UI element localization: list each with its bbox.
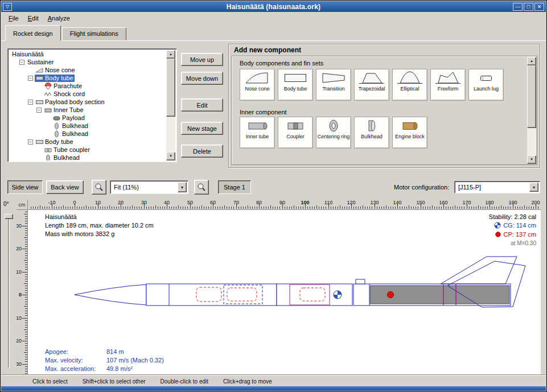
component-button-trapezoidal[interactable]: Trapezoidal (354, 69, 389, 101)
ruler-tick (25, 292, 27, 293)
menu-edit[interactable]: Edit (23, 13, 43, 23)
move-up-button[interactable]: Move up (181, 53, 223, 66)
component-button-label: Transition (322, 86, 344, 92)
delete-button[interactable]: Delete (181, 145, 223, 158)
tree-item-label-wrap[interactable]: Parachute (43, 82, 83, 90)
nose-cone-shape[interactable] (75, 284, 146, 305)
panel-scrollbar[interactable]: ▲ ▼ (527, 57, 536, 164)
tree-item-bulkhead[interactable]: Bulkhead (9, 154, 166, 160)
tree-item-sustainer[interactable]: −Sustainer (9, 58, 166, 66)
ruler-tick (268, 207, 269, 209)
ruler-tick (38, 207, 38, 209)
scroll-down-icon[interactable]: ▼ (166, 152, 175, 160)
tree-item-inner-tube[interactable]: −Inner Tube (9, 106, 166, 114)
component-button-elliptical[interactable]: Elliptical (392, 69, 427, 101)
tree-item-label-wrap[interactable]: Body tube (35, 75, 75, 82)
tree-item-label-wrap[interactable]: Bulkhead (52, 130, 89, 138)
ruler-tick (25, 297, 27, 298)
new-stage-button[interactable]: New stage (181, 122, 223, 135)
body-tube-shape[interactable] (146, 284, 277, 306)
component-button-launch-lug[interactable]: Launch lug (468, 69, 504, 101)
tree-item-label-wrap[interactable]: Haisunäätä (11, 51, 45, 57)
ci-coupler-icon (283, 118, 308, 133)
system-menu-icon[interactable]: ▽ (3, 3, 12, 11)
tree-expander-icon[interactable]: − (36, 108, 42, 113)
chevron-down-icon[interactable]: ▼ (178, 182, 187, 192)
tree-item-tube-coupler[interactable]: Tube coupler (9, 146, 166, 154)
rotation-slider-track[interactable] (8, 216, 10, 368)
fin-shape[interactable] (441, 257, 517, 284)
component-button-inner-tube[interactable]: Inner tube (240, 117, 275, 148)
tab-rocket-design[interactable]: Rocket design (5, 25, 61, 41)
tree-item-body-tube[interactable]: −Body tube (9, 138, 166, 146)
ruler-tick (241, 207, 241, 209)
component-button-nose-cone[interactable]: Nose cone (240, 69, 275, 101)
ruler-tick (31, 207, 31, 209)
launch-lug-shape[interactable] (356, 279, 365, 284)
tree-expander-icon[interactable]: − (19, 60, 24, 65)
tree-item-label-wrap[interactable]: Payload body section (35, 98, 106, 106)
tree-item-payload[interactable]: Payload (9, 114, 166, 122)
tree-item-label-wrap[interactable]: Sustainer (26, 59, 55, 65)
tree-item-body-tube[interactable]: −Body tube (9, 74, 166, 82)
scroll-up-icon[interactable]: ▲ (166, 50, 175, 59)
zoom-in-button[interactable] (92, 180, 106, 195)
component-button-freeform[interactable]: Freeform (430, 69, 466, 101)
zoom-level-select[interactable]: Fit (11%) ▼ (110, 180, 188, 194)
tab-bar: Rocket design Flight simulations (1, 24, 546, 41)
ruler-tick (319, 207, 319, 209)
ruler-label: 140 (393, 200, 401, 205)
tree-item-shock-cord[interactable]: Shock cord (9, 90, 166, 98)
tree-item-label-wrap[interactable]: Nose cone (35, 67, 76, 74)
tree-item-label-wrap[interactable]: Shock cord (43, 90, 86, 98)
tree-expander-icon[interactable]: − (28, 100, 33, 105)
ruler-tick (130, 207, 130, 209)
ruler-tick (44, 207, 45, 209)
scroll-down-icon[interactable]: ▼ (527, 155, 536, 164)
menu-file[interactable]: File (4, 13, 23, 23)
tree-expander-icon[interactable]: − (28, 76, 33, 81)
rocket-canvas[interactable]: Haisunäätä Length 189 cm, max. diameter … (28, 210, 541, 374)
tree-item-bulkhead[interactable]: Bulkhead (9, 122, 166, 130)
maximize-button[interactable]: □ (524, 3, 533, 11)
scroll-up-icon[interactable]: ▲ (527, 57, 536, 65)
ruler-tick (22, 226, 27, 226)
component-tree-rows: Haisunäätä−SustainerNose cone−Body tubeP… (9, 50, 166, 160)
motor-configuration-select[interactable]: [J115-P] ▼ (454, 181, 540, 193)
side-view-button[interactable]: Side view (7, 180, 43, 194)
tree-expander-icon[interactable]: − (28, 139, 33, 145)
rotation-slider-handle[interactable] (5, 214, 13, 219)
tree-scrollbar-thumb[interactable] (166, 59, 175, 117)
menu-analyze[interactable]: Analyze (43, 13, 75, 23)
panel-scrollbar-thumb[interactable] (527, 65, 536, 128)
tree-item-haisun-t-[interactable]: Haisunäätä (9, 50, 166, 58)
tab-flight-simulations[interactable]: Flight simulations (62, 27, 126, 40)
minimize-button[interactable]: — (513, 3, 523, 11)
component-button-transition[interactable]: Transition (316, 69, 351, 101)
tree-item-label-wrap[interactable]: Inner Tube (43, 106, 85, 114)
tree-item-label-wrap[interactable]: Bulkhead (52, 122, 89, 130)
back-view-button[interactable]: Back view (46, 180, 84, 194)
component-button-centering-ring[interactable]: Centering ring (316, 117, 351, 148)
tree-item-parachute[interactable]: Parachute (9, 82, 166, 90)
component-button-engine-block[interactable]: Engine block (392, 117, 427, 148)
tree-item-bulkhead[interactable]: Bulkhead (9, 130, 166, 138)
tree-item-label-wrap[interactable]: Payload (52, 114, 86, 122)
zoom-out-button[interactable] (194, 180, 209, 195)
tree-item-label-wrap[interactable]: Tube coupler (43, 146, 91, 154)
component-button-body-tube[interactable]: Body tube (278, 69, 313, 101)
ruler-label: 60 (210, 200, 216, 205)
tree-item-nose-cone[interactable]: Nose cone (9, 66, 166, 74)
ruler-tick (25, 267, 27, 267)
component-button-coupler[interactable]: Coupler (278, 117, 313, 148)
close-button[interactable]: ✕ (534, 3, 544, 11)
move-down-button[interactable]: Move down (181, 72, 223, 85)
chevron-down-icon[interactable]: ▼ (529, 183, 538, 192)
stage-1-toggle[interactable]: Stage 1 (218, 180, 251, 194)
component-button-bulkhead[interactable]: Bulkhead (354, 117, 389, 148)
tree-scrollbar[interactable]: ▲ ▼ (166, 50, 175, 160)
tree-item-payload-body-section[interactable]: −Payload body section (9, 98, 166, 106)
tree-item-label-wrap[interactable]: Body tube (35, 138, 75, 146)
tree-item-label-wrap[interactable]: Bulkhead (43, 154, 81, 161)
edit-button[interactable]: Edit (181, 98, 223, 112)
